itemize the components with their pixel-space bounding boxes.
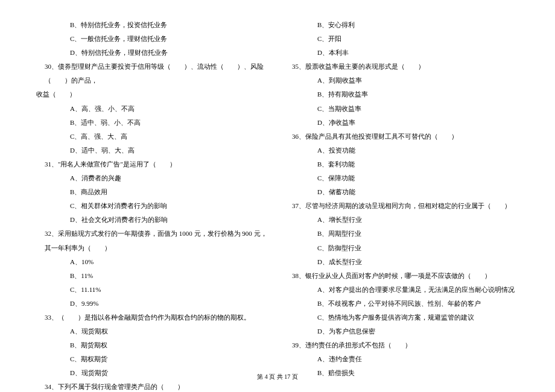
q29-option-c: C、一般信托业务，理财信托业务 [36, 32, 271, 46]
q32-option-b: B、11% [36, 269, 271, 283]
right-column: B、安心得利 C、开阳 D、本利丰 35、股票收益率最主要的表现形式是（ ） A… [284, 18, 519, 392]
q38-option-c: C、热情地为客户服务提供咨询方案，规避监管的建议 [284, 311, 519, 324]
page-content: B、特别信托业务，投资信托业务 C、一般信托业务，理财信托业务 D、特别信托业务… [36, 18, 519, 392]
q33-option-a: A、现货期权 [36, 324, 271, 338]
q37-option-a: A、增长型行业 [284, 213, 519, 227]
q38-prompt: 38、银行业从业人员面对客户的时候，哪一项是不应该做的（ ） [284, 269, 519, 283]
left-column: B、特别信托业务，投资信托业务 C、一般信托业务，理财信托业务 D、特别信托业务… [36, 18, 271, 392]
q30-option-c: C、高、强、大、高 [36, 130, 271, 144]
q38-option-b: B、不歧视客户，公平对待不同民族、性别、年龄的客户 [284, 297, 519, 311]
q35-prompt: 35、股票收益率最主要的表现形式是（ ） [284, 60, 519, 74]
q32-option-c: C、11.11% [36, 283, 271, 297]
q33-option-b: B、期货期权 [36, 338, 271, 352]
q37-option-b: B、周期型行业 [284, 227, 519, 241]
q35-option-d: D、净收益率 [284, 116, 519, 130]
q36-option-c: C、保障功能 [284, 171, 519, 185]
q35-option-c: C、当期收益率 [284, 102, 519, 116]
q33-prompt: 33、（ ）是指以各种金融期货合约作为期权合约的标的物的期权。 [36, 311, 271, 324]
q30-option-a: A、高、强、小、不高 [36, 102, 271, 116]
q35-option-a: A、到期收益率 [284, 74, 519, 87]
q30-option-b: B、适中、弱、小、不高 [36, 116, 271, 130]
q39-option-a: A、违约金责任 [284, 352, 519, 366]
q38-option-a: A、对客户提出的合理要求尽量满足，无法满足的应当耐心说明情况 [284, 283, 519, 297]
q37-prompt: 37、尽管与经济周期的波动呈现相同方向，但相对稳定的行业属于（ ） [284, 199, 519, 213]
q31-option-c: C、相关群体对消费者行为的影响 [36, 199, 271, 213]
q38-option-d: D、为客户信息保密 [284, 324, 519, 338]
q33-option-c: C、期权期货 [36, 352, 271, 366]
q32-option-a: A、10% [36, 255, 271, 269]
q34-option-c: C、开阳 [284, 32, 519, 46]
q32-option-d: D、9.99% [36, 297, 271, 311]
q39-prompt: 39、违约责任的承担形式不包括（ ） [284, 338, 519, 352]
q34-prompt: 34、下列不属于我行现金管理类产品的（ ） [36, 380, 271, 392]
q36-option-a: A、投资功能 [284, 144, 519, 157]
q37-option-d: D、成长型行业 [284, 255, 519, 269]
q29-option-b: B、特别信托业务，投资信托业务 [36, 18, 271, 32]
q34-option-d: D、本利丰 [284, 46, 519, 60]
q31-option-a: A、消费者的兴趣 [36, 171, 271, 185]
q35-option-b: B、持有期收益率 [284, 87, 519, 101]
page-footer: 第 4 页 共 17 页 [0, 373, 555, 381]
q36-prompt: 36、保险产品具有其他投资理财工具不可替代的（ ） [284, 130, 519, 144]
q29-option-d: D、特别信托业务，理财信托业务 [36, 46, 271, 60]
q31-prompt: 31、"用名人来做宣传广告"是运用了（ ） [36, 157, 271, 171]
q34-option-b: B、安心得利 [284, 18, 519, 32]
q37-option-c: C、防御型行业 [284, 241, 519, 255]
q30-option-d: D、适中、弱、大、高 [36, 144, 271, 157]
q32-prompt: 32、采用贴现方式发行的一年期债券，面值为 1000 元，发行价格为 900 元… [36, 227, 271, 254]
q30-prompt-line2: 收益（ ） [36, 87, 271, 101]
q36-option-d: D、储蓄功能 [284, 185, 519, 199]
q31-option-b: B、商品效用 [36, 185, 271, 199]
q30-prompt-line1: 30、债券型理财产品主要投资于信用等级（ ）、流动性（ ）、风险（ ）的产品， [36, 60, 271, 87]
q31-option-d: D、社会文化对消费者行为的影响 [36, 213, 271, 227]
q36-option-b: B、套利功能 [284, 157, 519, 171]
